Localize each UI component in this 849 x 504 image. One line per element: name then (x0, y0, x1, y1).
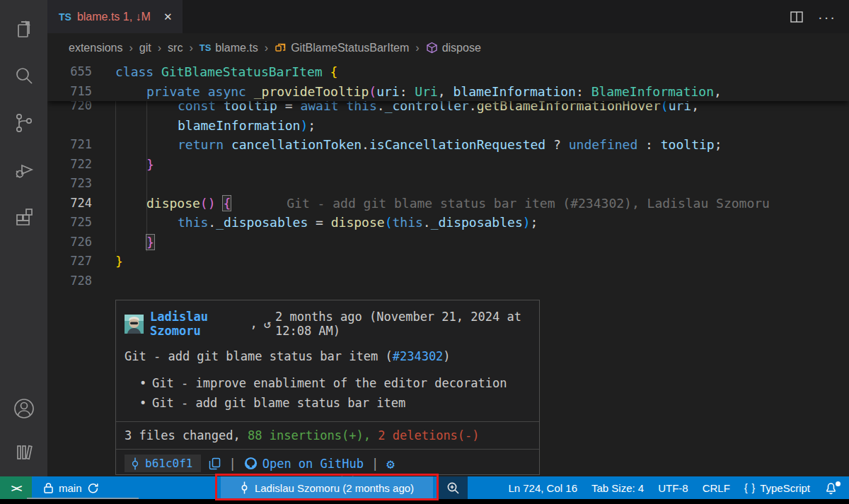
branch-name: main (59, 482, 82, 494)
commit-stats: 3 files changed, 88 insertions(+), 2 del… (116, 421, 539, 449)
breadcrumb-method[interactable]: dispose (426, 42, 481, 54)
hover-author-link[interactable]: Ladislau Szomoru (150, 310, 243, 338)
breadcrumb-src[interactable]: src (168, 42, 183, 54)
insertions-stat: 88 insertions(+), (248, 428, 371, 443)
language-mode-item[interactable]: { } TypeScript (737, 476, 817, 499)
lock-icon (43, 482, 54, 494)
history-icon: ↺ (264, 317, 271, 331)
code-text[interactable] (92, 271, 115, 291)
code-line[interactable]: 725this._disposables = dispose(this._dis… (47, 213, 849, 233)
git-commit-icon (130, 457, 140, 470)
code-text[interactable]: } (92, 252, 123, 271)
hover-timestamp: ↺ 2 months ago (November 21, 2024 at 12:… (264, 310, 531, 338)
braces-icon: { } (744, 482, 756, 493)
search-icon[interactable] (7, 59, 41, 93)
code-text[interactable]: } (92, 233, 154, 252)
cursor-position-item[interactable]: Ln 724, Col 16 (501, 476, 584, 499)
breadcrumb-git[interactable]: git (139, 42, 151, 54)
eol-item[interactable]: CRLF (695, 476, 737, 499)
code-text[interactable]: blameInformation); (92, 116, 316, 136)
commit-body-item: Git - improve enabliment of the editor d… (139, 373, 539, 393)
commit-hash-badge[interactable]: b61c0f1 (125, 455, 201, 472)
library-icon[interactable] (7, 435, 41, 469)
code-line[interactable]: 715private async _provideTooltip(uri: Ur… (47, 82, 849, 102)
extensions-icon[interactable] (7, 199, 41, 233)
more-actions-icon[interactable]: ··· (818, 13, 836, 20)
zoom-in-icon[interactable] (439, 476, 468, 499)
code-editor[interactable]: 720const tooltip = await this._controlle… (47, 62, 849, 476)
run-debug-icon[interactable] (7, 153, 41, 187)
breadcrumb-file[interactable]: TS blame.ts (200, 42, 258, 54)
breadcrumb-class[interactable]: GitBlameStatusBarItem (275, 42, 409, 54)
avatar (125, 315, 144, 334)
code-text[interactable]: private async _provideTooltip(uri: Uri, … (92, 82, 722, 102)
code-line[interactable]: 723 (47, 174, 849, 194)
tab-bar: TS blame.ts 1, ↓M ✕ ··· (47, 0, 849, 33)
code-text[interactable] (92, 174, 115, 194)
branch-status-item[interactable]: main (37, 476, 105, 499)
git-blame-hover: Ladislau Szomoru, ↺ 2 months ago (Novemb… (115, 300, 540, 475)
breadcrumb-extensions[interactable]: extensions (69, 42, 123, 54)
line-number[interactable]: 724 (47, 194, 92, 213)
separator: | (229, 457, 236, 471)
open-on-github-link[interactable]: Open on GitHub (244, 457, 364, 471)
line-number[interactable]: 721 (47, 135, 92, 155)
line-number[interactable]: 655 (47, 62, 92, 82)
git-commit-icon (240, 481, 249, 494)
typescript-file-icon: TS (200, 42, 212, 53)
sticky-scroll[interactable]: 655class GitBlameStatusBarItem {715priva… (47, 62, 849, 101)
commit-body-list: Git - improve enabliment of the editor d… (139, 373, 539, 413)
line-number[interactable]: 727 (47, 252, 92, 271)
tab-blame-ts[interactable]: TS blame.ts 1, ↓M ✕ (47, 0, 183, 33)
explorer-icon[interactable] (7, 13, 41, 47)
git-blame-status-item[interactable]: Ladislau Szomoru (2 months ago) (221, 476, 433, 499)
breadcrumb: extensions › git › src › TS blame.ts › G… (47, 33, 849, 62)
encoding-item[interactable]: UTF-8 (651, 476, 695, 499)
code-line[interactable]: 724dispose() {Git - add git blame status… (47, 194, 849, 213)
code-lines: 720const tooltip = await this._controlle… (47, 96, 849, 291)
commit-subject: Git - add git blame status bar item (#23… (116, 341, 539, 363)
code-text[interactable]: class GitBlameStatusBarItem { (92, 62, 337, 82)
line-number[interactable]: 723 (47, 174, 92, 194)
line-number[interactable]: 722 (47, 155, 92, 175)
status-bar: >< main Ladislau Szomoru (2 months ago) … (0, 476, 849, 499)
line-number[interactable] (47, 116, 92, 136)
line-number[interactable]: 726 (47, 233, 92, 252)
separator: | (371, 457, 379, 471)
code-line[interactable]: 726} (47, 233, 849, 252)
breadcrumb-separator: › (415, 42, 419, 54)
code-text[interactable]: this._disposables = dispose(this._dispos… (92, 213, 538, 233)
github-icon (244, 457, 258, 470)
code-line[interactable]: 655class GitBlameStatusBarItem { (47, 62, 849, 82)
code-line[interactable]: blameInformation); (47, 116, 849, 136)
line-number[interactable]: 728 (47, 271, 92, 291)
tab-size-item[interactable]: Tab Size: 4 (584, 476, 651, 499)
tab-close-icon[interactable]: ✕ (163, 11, 173, 23)
split-editor-icon[interactable] (790, 11, 804, 23)
copy-icon[interactable] (209, 457, 221, 470)
source-control-icon[interactable] (7, 106, 41, 140)
accounts-icon[interactable] (7, 392, 41, 426)
code-line[interactable]: 727} (47, 252, 849, 271)
code-text[interactable]: } (92, 155, 154, 175)
gear-icon[interactable]: ⚙ (386, 456, 394, 471)
notifications-bell-icon[interactable] (817, 476, 845, 499)
window-bottom-edge (0, 499, 849, 504)
breadcrumb-separator: › (129, 42, 133, 54)
remote-indicator[interactable]: >< (0, 476, 32, 499)
code-text[interactable]: return cancellationToken.isCancellationR… (92, 135, 722, 155)
line-number[interactable]: 725 (47, 213, 92, 233)
author-suffix: , (250, 317, 257, 331)
code-text[interactable]: dispose() {Git - add git blame status ba… (92, 194, 770, 213)
pr-link[interactable]: #234302 (393, 349, 444, 363)
deletions-stat: 2 deletions(-) (378, 428, 479, 443)
breadcrumb-separator: › (265, 42, 268, 54)
code-line[interactable]: 721return cancellationToken.isCancellati… (47, 135, 849, 155)
code-line[interactable]: 722} (47, 155, 849, 175)
editor-actions: ··· (790, 0, 836, 33)
sync-icon (87, 482, 99, 494)
code-line[interactable]: 728 (47, 271, 849, 291)
editor-group: TS blame.ts 1, ↓M ✕ ··· extensions › git… (47, 0, 849, 476)
inline-blame-annotation[interactable]: Git - add git blame status bar item (#23… (287, 196, 770, 211)
line-number[interactable]: 715 (47, 82, 92, 102)
